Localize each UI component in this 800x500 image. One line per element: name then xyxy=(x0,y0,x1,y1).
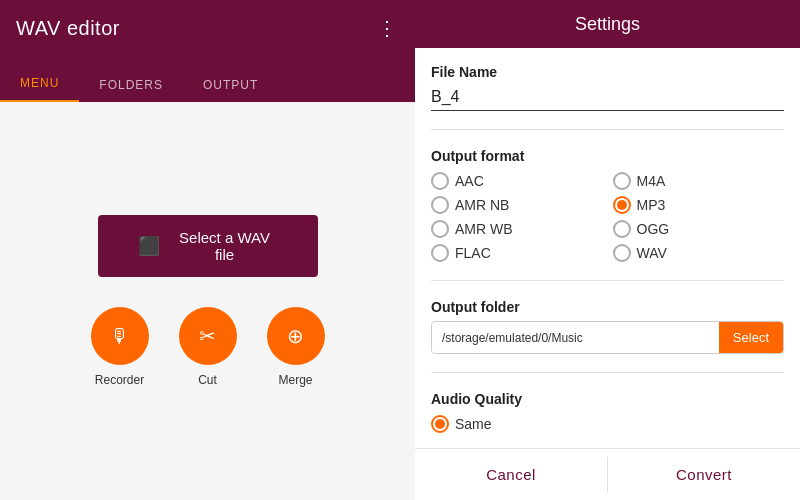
folder-select-button[interactable]: Select xyxy=(719,322,783,353)
radio-amr-wb[interactable] xyxy=(431,220,449,238)
merge-wrapper: ⊕ Merge xyxy=(267,307,325,387)
cancel-button[interactable]: Cancel xyxy=(415,449,607,500)
select-wav-icon: ⬛ xyxy=(138,235,160,257)
file-name-section: File Name xyxy=(431,64,784,111)
cut-button[interactable]: ✂ xyxy=(179,307,237,365)
format-amr-wb[interactable]: AMR WB xyxy=(431,220,603,238)
settings-header: Settings xyxy=(415,0,800,48)
settings-body: File Name Output format AAC M4A xyxy=(415,48,800,448)
audio-quality-options: Same xyxy=(431,415,784,433)
output-folder-section: Output folder /storage/emulated/0/Music … xyxy=(431,299,784,354)
format-wav-label: WAV xyxy=(637,245,667,261)
format-grid: AAC M4A AMR NB MP3 xyxy=(431,172,784,262)
output-format-label: Output format xyxy=(431,148,784,164)
tab-menu[interactable]: MENU xyxy=(0,66,79,102)
radio-wav[interactable] xyxy=(613,244,631,262)
wav-editor-panel: WAV editor ⋮ MENU FOLDERS OUTPUT ⬛ Selec… xyxy=(0,0,415,500)
radio-mp3[interactable] xyxy=(613,196,631,214)
format-m4a[interactable]: M4A xyxy=(613,172,785,190)
app-content: ⬛ Select a WAV file 🎙 Recorder ✂ Cut ⊕ xyxy=(0,102,415,500)
format-aac[interactable]: AAC xyxy=(431,172,603,190)
cut-wrapper: ✂ Cut xyxy=(179,307,237,387)
format-amr-nb-label: AMR NB xyxy=(455,197,509,213)
cut-label: Cut xyxy=(198,373,217,387)
divider-1 xyxy=(431,129,784,130)
action-buttons: 🎙 Recorder ✂ Cut ⊕ Merge xyxy=(91,307,325,387)
radio-aac[interactable] xyxy=(431,172,449,190)
format-amr-wb-label: AMR WB xyxy=(455,221,513,237)
tab-folders[interactable]: FOLDERS xyxy=(79,68,183,102)
format-aac-label: AAC xyxy=(455,173,484,189)
settings-panel: Settings File Name Output format AAC M4A xyxy=(415,0,800,500)
format-ogg-label: OGG xyxy=(637,221,670,237)
audio-quality-section: Audio Quality Same xyxy=(431,391,784,433)
convert-button[interactable]: Convert xyxy=(608,449,800,500)
settings-footer: Cancel Convert xyxy=(415,448,800,500)
folder-path: /storage/emulated/0/Music xyxy=(432,323,719,353)
radio-flac[interactable] xyxy=(431,244,449,262)
file-name-input[interactable] xyxy=(431,84,784,111)
output-format-section: Output format AAC M4A AMR NB xyxy=(431,148,784,262)
tab-bar: MENU FOLDERS OUTPUT xyxy=(0,56,415,102)
divider-3 xyxy=(431,372,784,373)
audio-quality-label: Audio Quality xyxy=(431,391,784,407)
radio-ogg[interactable] xyxy=(613,220,631,238)
radio-same[interactable] xyxy=(431,415,449,433)
tab-output[interactable]: OUTPUT xyxy=(183,68,278,102)
recorder-icon: 🎙 xyxy=(110,325,130,348)
recorder-label: Recorder xyxy=(95,373,144,387)
format-mp3-label: MP3 xyxy=(637,197,666,213)
file-name-label: File Name xyxy=(431,64,784,80)
radio-m4a[interactable] xyxy=(613,172,631,190)
cut-icon: ✂ xyxy=(199,324,216,348)
format-flac-label: FLAC xyxy=(455,245,491,261)
recorder-wrapper: 🎙 Recorder xyxy=(91,307,149,387)
settings-title: Settings xyxy=(575,14,640,35)
recorder-button[interactable]: 🎙 xyxy=(91,307,149,365)
radio-amr-nb[interactable] xyxy=(431,196,449,214)
format-ogg[interactable]: OGG xyxy=(613,220,785,238)
app-bar: WAV editor ⋮ xyxy=(0,0,415,56)
more-options-icon[interactable]: ⋮ xyxy=(377,16,399,40)
quality-same[interactable]: Same xyxy=(431,415,784,433)
select-wav-button[interactable]: ⬛ Select a WAV file xyxy=(98,215,318,277)
app-title: WAV editor xyxy=(16,17,120,40)
output-folder-label: Output folder xyxy=(431,299,784,315)
format-mp3[interactable]: MP3 xyxy=(613,196,785,214)
folder-input-row: /storage/emulated/0/Music Select xyxy=(431,321,784,354)
merge-icon: ⊕ xyxy=(287,324,304,348)
divider-2 xyxy=(431,280,784,281)
format-amr-nb[interactable]: AMR NB xyxy=(431,196,603,214)
format-flac[interactable]: FLAC xyxy=(431,244,603,262)
format-m4a-label: M4A xyxy=(637,173,666,189)
merge-button[interactable]: ⊕ xyxy=(267,307,325,365)
merge-label: Merge xyxy=(278,373,312,387)
format-wav[interactable]: WAV xyxy=(613,244,785,262)
quality-same-label: Same xyxy=(455,416,492,432)
